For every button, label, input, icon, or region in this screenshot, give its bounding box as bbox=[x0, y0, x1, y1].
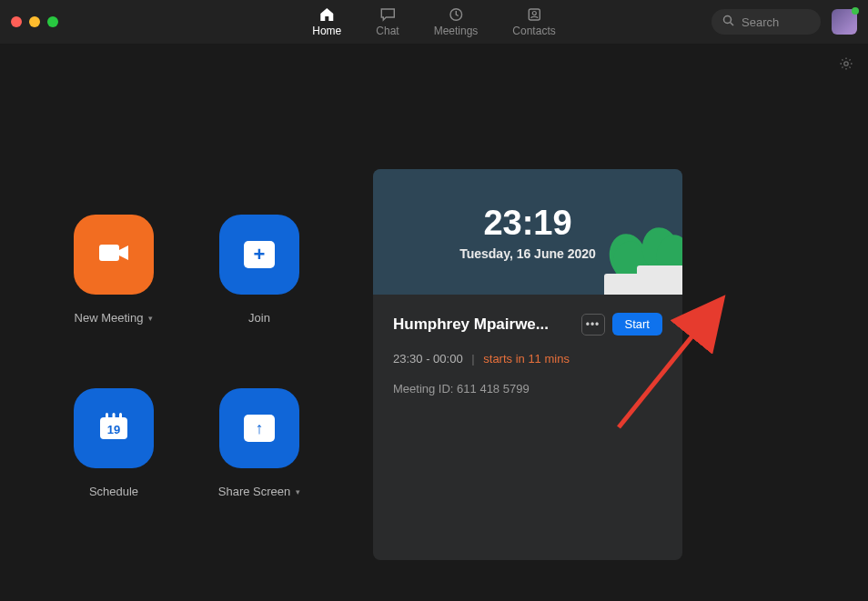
separator: | bbox=[471, 352, 474, 366]
new-meeting-button[interactable] bbox=[74, 215, 154, 295]
new-meeting-label-row[interactable]: New Meeting ▾ bbox=[75, 311, 154, 325]
svg-line-4 bbox=[731, 23, 734, 26]
meeting-title: Humphrey Mpairwe... bbox=[393, 316, 574, 334]
plus-icon: + bbox=[244, 241, 275, 268]
svg-rect-10 bbox=[119, 413, 122, 420]
tab-chat[interactable]: Chat bbox=[376, 6, 399, 37]
arrow-up-icon: ↑ bbox=[244, 415, 275, 442]
clock-hero: 23:19 Tuesday, 16 June 2020 bbox=[373, 169, 682, 295]
schedule-button[interactable]: 19 bbox=[74, 388, 154, 468]
chevron-down-icon: ▾ bbox=[296, 487, 300, 496]
meeting-more-button[interactable]: ••• bbox=[581, 314, 605, 336]
main-content: New Meeting ▾ + Join 19 bbox=[0, 44, 868, 601]
calendar-icon: 19 bbox=[96, 410, 131, 446]
clock-icon bbox=[447, 6, 465, 23]
meeting-id-row: Meeting ID: 611 418 5799 bbox=[393, 382, 662, 396]
nav-tabs: Home Chat Meetings Contacts bbox=[312, 6, 555, 37]
join-button[interactable]: + bbox=[219, 215, 299, 295]
svg-rect-9 bbox=[113, 413, 116, 420]
minimize-window-button[interactable] bbox=[29, 16, 40, 27]
meeting-countdown: starts in 11 mins bbox=[483, 352, 570, 366]
chevron-down-icon: ▾ bbox=[148, 314, 153, 323]
meeting-id-value: 611 418 5799 bbox=[457, 382, 530, 396]
gear-icon bbox=[839, 58, 853, 74]
new-meeting-action: New Meeting ▾ bbox=[45, 215, 182, 325]
svg-text:19: 19 bbox=[107, 423, 120, 436]
current-date: Tuesday, 16 June 2020 bbox=[459, 246, 596, 261]
ellipsis-icon: ••• bbox=[586, 318, 601, 331]
tab-contacts[interactable]: Contacts bbox=[512, 6, 555, 37]
titlebar: Home Chat Meetings Contacts Search bbox=[0, 0, 868, 44]
meeting-time-range: 23:30 - 00:00 bbox=[393, 352, 463, 366]
tab-label: Home bbox=[312, 25, 341, 37]
schedule-action: 19 Schedule bbox=[45, 388, 182, 498]
start-button[interactable]: Start bbox=[612, 313, 662, 336]
action-label: Share Screen bbox=[218, 485, 291, 498]
fullscreen-window-button[interactable] bbox=[47, 16, 58, 27]
avatar[interactable] bbox=[832, 9, 857, 35]
home-icon bbox=[318, 6, 336, 23]
action-grid: New Meeting ▾ + Join 19 bbox=[45, 215, 328, 574]
video-icon bbox=[96, 239, 132, 270]
meeting-id-label: Meeting ID: bbox=[393, 382, 453, 396]
tab-label: Contacts bbox=[512, 25, 555, 37]
search-icon bbox=[722, 15, 734, 29]
close-window-button[interactable] bbox=[11, 16, 22, 27]
svg-point-3 bbox=[724, 16, 732, 24]
tab-label: Chat bbox=[376, 25, 399, 37]
chat-icon bbox=[378, 6, 397, 23]
window-controls bbox=[11, 16, 58, 27]
search-input[interactable]: Search bbox=[712, 9, 821, 35]
action-label: Join bbox=[248, 311, 270, 325]
action-label: Schedule bbox=[89, 485, 138, 498]
contacts-icon bbox=[525, 6, 543, 23]
upcoming-card: 23:19 Tuesday, 16 June 2020 Humphrey Mpa… bbox=[373, 169, 682, 560]
search-placeholder: Search bbox=[742, 15, 779, 29]
share-screen-action: ↑ Share Screen ▾ bbox=[191, 388, 328, 498]
join-action: + Join bbox=[191, 215, 328, 325]
svg-rect-8 bbox=[106, 413, 108, 420]
svg-point-5 bbox=[844, 62, 848, 65]
share-screen-button[interactable]: ↑ bbox=[219, 388, 299, 468]
meeting-time-row: 23:30 - 00:00 | starts in 11 mins bbox=[393, 352, 662, 366]
tab-home[interactable]: Home bbox=[312, 6, 341, 37]
action-label: New Meeting bbox=[75, 311, 144, 325]
tab-label: Meetings bbox=[434, 25, 479, 37]
current-time: 23:19 bbox=[483, 204, 571, 243]
svg-point-2 bbox=[532, 12, 536, 15]
plant-decoration bbox=[637, 222, 682, 295]
svg-rect-6 bbox=[99, 245, 119, 261]
tab-meetings[interactable]: Meetings bbox=[434, 6, 479, 37]
meeting-details: Humphrey Mpairwe... ••• Start 23:30 - 00… bbox=[373, 295, 682, 414]
settings-button[interactable] bbox=[839, 56, 853, 75]
share-screen-label-row[interactable]: Share Screen ▾ bbox=[218, 485, 301, 498]
